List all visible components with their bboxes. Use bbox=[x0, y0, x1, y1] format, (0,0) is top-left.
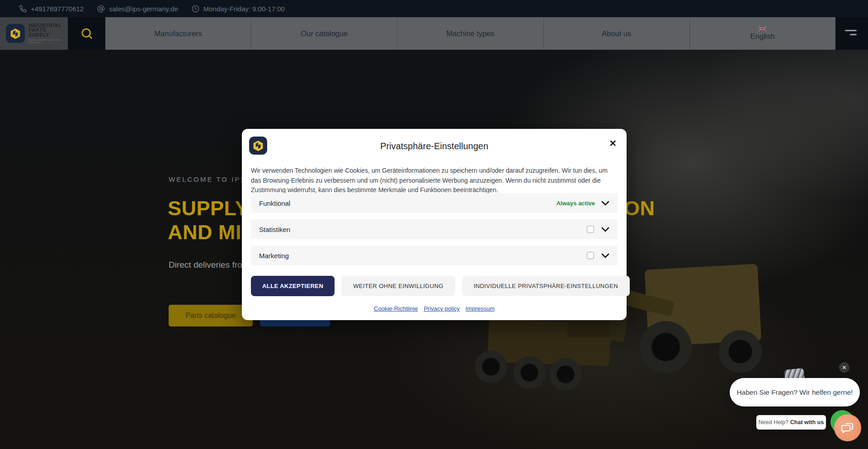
continue-without-consent-button[interactable]: WEITER OHNE EINWILLIGUNG bbox=[341, 276, 455, 296]
brand-text: INDUSTRIAL PARTS SUPPLY Quality spare pa… bbox=[28, 23, 68, 44]
loader-wheel-rear bbox=[719, 330, 762, 373]
chevron-down-icon[interactable] bbox=[601, 253, 609, 258]
chevron-down-icon[interactable] bbox=[601, 227, 609, 232]
statistiken-checkbox[interactable] bbox=[587, 226, 594, 233]
nav-item-our-catalogue[interactable]: Our catalogue bbox=[251, 17, 397, 50]
opening-hours: Monday-Friday: 9:00-17:00 bbox=[192, 5, 285, 13]
dialog-buttons-row: ALLE AKZEPTIEREN WEITER OHNE EINWILLIGUN… bbox=[251, 276, 630, 296]
uk-flag-icon bbox=[759, 26, 766, 31]
dialog-description: Wir verwenden Technologien wie Cookies, … bbox=[251, 166, 618, 195]
consent-row-marketing[interactable]: Marketing bbox=[251, 246, 618, 265]
dialog-title: Privatsphäre-Einstellungen bbox=[242, 141, 627, 151]
clock-icon bbox=[192, 5, 199, 13]
need-help-text: Need Help? bbox=[759, 419, 788, 425]
consent-row-funktional[interactable]: Funktional Always active bbox=[251, 193, 618, 213]
main-navbar: INDUSTRIAL PARTS SUPPLY Quality spare pa… bbox=[0, 17, 868, 50]
consent-row-statistiken[interactable]: Statistiken bbox=[251, 219, 618, 239]
chat-close-icon[interactable]: ✕ bbox=[839, 362, 849, 373]
truck-wheel-2 bbox=[513, 356, 546, 389]
phone-icon bbox=[19, 5, 27, 13]
chat-with-us-text: Chat with us bbox=[790, 419, 824, 425]
marketing-checkbox[interactable] bbox=[587, 252, 594, 259]
hero-eyebrow: WELCOME TO IPS bbox=[169, 175, 246, 183]
search-icon bbox=[80, 27, 94, 40]
language-selector[interactable]: English bbox=[690, 17, 835, 50]
brand-name-line2: PARTS SUPPLY bbox=[28, 28, 68, 37]
brand-tagline: Quality spare parts from Germany bbox=[28, 38, 68, 44]
consent-label: Statistiken bbox=[259, 226, 587, 233]
cookie-policy-link[interactable]: Cookie-Richtlinie bbox=[374, 305, 418, 312]
dialog-policy-links: Cookie-Richtlinie Privacy policy Impress… bbox=[242, 305, 627, 312]
cube-logo-icon bbox=[9, 28, 21, 39]
hours-text: Monday-Friday: 9:00-17:00 bbox=[203, 5, 285, 13]
parts-catalogue-button[interactable]: Parts catalogue bbox=[169, 305, 253, 326]
truck-wheel-1 bbox=[475, 350, 507, 383]
accept-all-button[interactable]: ALLE AKZEPTIEREN bbox=[251, 276, 335, 296]
impressum-link[interactable]: Impressum bbox=[466, 305, 495, 312]
loader-wheel-front bbox=[640, 321, 692, 373]
brand-logo-block[interactable]: INDUSTRIAL PARTS SUPPLY Quality spare pa… bbox=[0, 17, 68, 50]
language-label: English bbox=[750, 32, 775, 41]
nav-item-manufacturers[interactable]: Manufacturers bbox=[105, 17, 251, 50]
consent-label: Marketing bbox=[259, 252, 587, 260]
chat-bubbles-icon bbox=[841, 421, 854, 435]
email-contact[interactable]: sales@ips-germany.de bbox=[97, 5, 178, 13]
always-active-status: Always active bbox=[557, 200, 595, 207]
truck-wheel-3 bbox=[549, 358, 582, 391]
phone-number: +4917697770612 bbox=[31, 5, 84, 13]
email-icon bbox=[97, 5, 105, 13]
individual-privacy-settings-button[interactable]: INDIVIDUELLE PRIVATSPHÄRE-EINSTELLUNGEN bbox=[462, 276, 630, 296]
chat-greeting-bubble[interactable]: Haben Sie Fragen? Wir helfen gerne! bbox=[730, 378, 860, 406]
nav-strip: Manufacturers Our catalogue Machine type… bbox=[105, 17, 835, 50]
email-address: sales@ips-germany.de bbox=[109, 5, 178, 13]
dialog-close-icon[interactable]: ✕ bbox=[609, 139, 617, 148]
page: +4917697770612 sales@ips-germany.de Mond… bbox=[0, 0, 868, 449]
search-button[interactable] bbox=[68, 17, 105, 50]
privacy-settings-dialog: Privatsphäre-Einstellungen ✕ Wir verwend… bbox=[242, 129, 627, 320]
top-info-bar: +4917697770612 sales@ips-germany.de Mond… bbox=[0, 0, 868, 17]
brand-logo bbox=[6, 24, 25, 43]
consent-label: Funktional bbox=[259, 199, 557, 207]
chat-launcher-button[interactable] bbox=[834, 414, 861, 441]
chat-need-help-pill[interactable]: Need Help? Chat with us bbox=[756, 415, 826, 430]
nav-item-machine-types[interactable]: Machine types bbox=[397, 17, 543, 50]
nav-item-about-us[interactable]: About us bbox=[544, 17, 690, 50]
menu-hamburger-icon[interactable] bbox=[845, 30, 857, 37]
privacy-policy-link[interactable]: Privacy policy bbox=[424, 305, 459, 312]
chevron-down-icon[interactable] bbox=[601, 201, 609, 206]
phone-contact[interactable]: +4917697770612 bbox=[19, 5, 84, 13]
